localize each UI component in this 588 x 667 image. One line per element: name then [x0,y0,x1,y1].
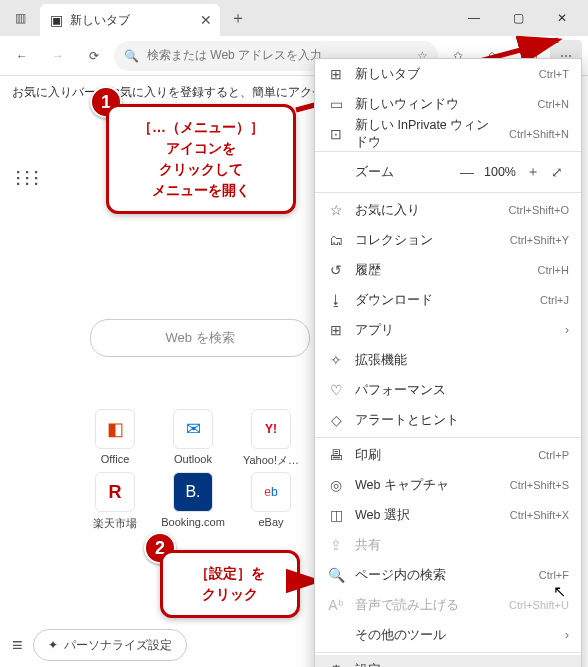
search-placeholder: Web を検索 [165,329,234,347]
menu-item-shortcut: Ctrl+N [538,98,569,110]
menu-item-label: アラートとヒント [355,412,569,429]
menu-item-label: パフォーマンス [355,382,569,399]
menu-item-icon: ◇ [327,412,345,428]
menu-item[interactable]: ☆お気に入りCtrl+Shift+O [315,195,581,225]
quicklink-rakuten[interactable]: R 楽天市場 [80,472,150,531]
menu-zoom-row: ズーム — 100% ＋ ⤢ [315,154,581,190]
quicklink-booking[interactable]: B. Booking.com [158,472,228,531]
menu-item-shortcut: Ctrl+F [539,569,569,581]
menu-item-shortcut: Ctrl+Shift+U [509,599,569,611]
menu-item-shortcut: Ctrl+Shift+O [508,204,569,216]
window-close-button[interactable]: ✕ [540,2,584,34]
menu-item[interactable]: ⊡新しい InPrivate ウィンドウCtrl+Shift+N [315,119,581,149]
browser-tab[interactable]: ▣ 新しいタブ ✕ [40,4,220,36]
main-menu-popup: ⊞新しいタブCtrl+T▭新しいウィンドウCtrl+N⊡新しい InPrivat… [314,58,582,667]
menu-item[interactable]: ♡パフォーマンス [315,375,581,405]
menu-item-icon: ⊡ [327,126,345,142]
forward-button[interactable]: → [42,40,74,72]
tab-favicon-icon: ▣ [48,12,64,28]
menu-item-icon: ☆ [327,202,345,218]
menu-item-label: 印刷 [355,447,528,464]
menu-item[interactable]: その他のツール› [315,620,581,650]
quicklink-office[interactable]: ◧ Office [80,409,150,468]
window-minimize-button[interactable]: — [452,2,496,34]
menu-item-icon: ↺ [327,262,345,278]
menu-item-shortcut: Ctrl+P [538,449,569,461]
back-button[interactable]: ← [6,40,38,72]
menu-item-icon: Aᵇ [327,597,345,613]
menu-item-icon: ♡ [327,382,345,398]
menu-item-shortcut: Ctrl+Shift+Y [510,234,569,246]
zoom-in-button[interactable]: ＋ [521,163,545,181]
window-maximize-button[interactable]: ▢ [496,2,540,34]
quicklink-ebay[interactable]: eb eBay [236,472,306,531]
ebay-icon: eb [251,472,291,512]
menu-item-label: 音声で読み上げる [355,597,499,614]
menu-item-icon: ⚙ [327,662,345,667]
menu-item-label: 履歴 [355,262,528,279]
menu-item[interactable]: ◫Web 選択Ctrl+Shift+X [315,500,581,530]
zoom-out-button[interactable]: — [455,164,479,180]
menu-item[interactable]: ▭新しいウィンドウCtrl+N [315,89,581,119]
web-search-input[interactable]: Web を検索 [90,319,310,357]
menu-item: ⇪共有 [315,530,581,560]
menu-item-label: その他のツール [355,627,555,644]
menu-item[interactable]: 🖶印刷Ctrl+P [315,440,581,470]
menu-item-icon: 🖶 [327,447,345,463]
menu-item[interactable]: ⭳ダウンロードCtrl+J [315,285,581,315]
menu-item[interactable]: ⚙設定 [315,655,581,667]
menu-item-icon: ⊞ [327,322,345,338]
fullscreen-button[interactable]: ⤢ [545,164,569,180]
menu-item[interactable]: 🔍ページ内の検索Ctrl+F [315,560,581,590]
tab-close-icon[interactable]: ✕ [200,12,212,28]
menu-item-icon: ◎ [327,477,345,493]
menu-item-label: 拡張機能 [355,352,569,369]
menu-item-icon: 🗂 [327,232,345,248]
menu-item-shortcut: Ctrl+T [539,68,569,80]
personalize-button[interactable]: ✦ パーソナライズ設定 [33,629,187,661]
menu-item-shortcut: Ctrl+Shift+S [510,479,569,491]
menu-item[interactable]: ◎Web キャプチャCtrl+Shift+S [315,470,581,500]
menu-item-label: Web キャプチャ [355,477,500,494]
menu-item: Aᵇ音声で読み上げるCtrl+Shift+U [315,590,581,620]
outlook-icon: ✉ [173,409,213,449]
hamburger-icon[interactable]: ≡ [12,635,23,656]
yahoo-icon: Y! [251,409,291,449]
annotation-callout-1: ［…（メニュー）］ アイコンを クリックして メニューを開く [106,104,296,214]
refresh-button[interactable]: ⟳ [78,40,110,72]
quicklink-outlook[interactable]: ✉ Outlook [158,409,228,468]
booking-icon: B. [173,472,213,512]
menu-item[interactable]: ◇アラートとヒント [315,405,581,435]
menu-item-label: お気に入り [355,202,498,219]
menu-item-icon: ⊞ [327,66,345,82]
tab-actions-icon[interactable]: ▥ [4,2,36,34]
menu-item-icon: ▭ [327,96,345,112]
rakuten-icon: R [95,472,135,512]
new-tab-button[interactable]: ＋ [224,4,252,32]
annotation-callout-2: ［設定］を クリック [160,550,300,618]
menu-item[interactable]: ↺履歴Ctrl+H [315,255,581,285]
menu-item[interactable]: 🗂コレクションCtrl+Shift+Y [315,225,581,255]
menu-item-icon: ⇪ [327,537,345,553]
submenu-arrow-icon: › [565,628,569,642]
submenu-arrow-icon: › [565,323,569,337]
menu-item[interactable]: ✧拡張機能 [315,345,581,375]
menu-item-shortcut: Ctrl+J [540,294,569,306]
menu-item-label: Web 選択 [355,507,500,524]
zoom-label: ズーム [327,164,455,181]
menu-item[interactable]: ⊞新しいタブCtrl+T [315,59,581,89]
menu-item[interactable]: ⊞アプリ› [315,315,581,345]
apps-grid-icon[interactable]: ᎒᎒᎒ [14,169,41,190]
menu-item-label: ページ内の検索 [355,567,529,584]
menu-item-label: 共有 [355,537,569,554]
zoom-value: 100% [479,165,521,179]
tab-title: 新しいタブ [70,12,194,29]
quicklink-yahoo[interactable]: Y! Yahoo!メ… [236,409,306,468]
menu-item-label: 新しいタブ [355,66,529,83]
menu-item-label: ダウンロード [355,292,530,309]
menu-item-shortcut: Ctrl+H [538,264,569,276]
menu-item-icon: 🔍 [327,567,345,583]
menu-item-icon: ◫ [327,507,345,523]
menu-item-shortcut: Ctrl+Shift+N [509,128,569,140]
menu-item-label: アプリ [355,322,555,339]
